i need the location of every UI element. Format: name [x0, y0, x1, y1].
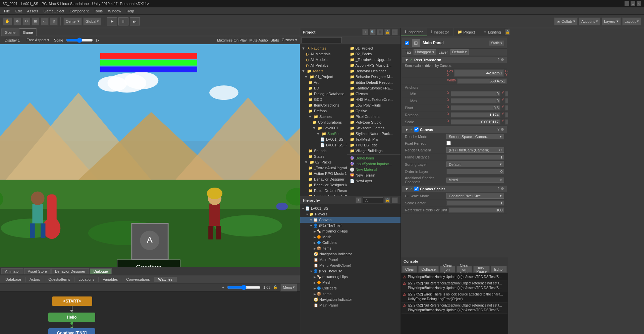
asset-new-material[interactable]: ⚪ New Material [347, 167, 400, 173]
hier-items-1[interactable]: ▶ 📦 Items [300, 246, 400, 251]
tree-bd[interactable]: 📁 BD [300, 85, 347, 91]
console-clear-btn[interactable]: Clear [402, 266, 417, 273]
minimize-button[interactable]: ─ [625, 1, 629, 6]
console-collapse-btn[interactable]: Collapse [418, 266, 439, 273]
tree-sunset[interactable]: ▼ 📁 SunSet [300, 131, 347, 137]
ui-scale-dropdown[interactable]: Constant Pixel Size ▾ [446, 193, 504, 199]
tree-behavior-designer[interactable]: 📁 Behavior Designer [300, 177, 347, 182]
tab-inspector-2[interactable]: ℹ Inspector [427, 28, 453, 36]
asset-hns[interactable]: 📁 HNS MapTextureCre... [347, 97, 400, 103]
render-camera-dropdown[interactable]: (P1) ThiefCam (Camera) ⊙ [446, 147, 504, 153]
tree-01-project[interactable]: ▼ 📁 01_Project [300, 74, 347, 80]
anchor-min-x[interactable] [451, 91, 500, 96]
scale-tool-button[interactable]: ⊞ [32, 17, 39, 25]
tab-dialogue[interactable]: Dialogue [90, 268, 111, 274]
console-line-4[interactable]: ⚠ [22:27:52] NullReferenceException: Obj… [401, 303, 507, 314]
maximize-button[interactable]: □ [631, 1, 635, 6]
asset-bone-donor[interactable]: 🔮 BoneDonor [347, 155, 400, 161]
canvas-header[interactable]: ▼ ✓ Canvas ? ⚙ [402, 126, 507, 133]
tab-inspector-1[interactable]: ℹ Inspector [401, 28, 427, 36]
play-button[interactable]: ▶ [107, 17, 117, 25]
object-active-checkbox[interactable] [405, 41, 409, 45]
node-hello[interactable]: Hello [48, 313, 95, 322]
asset-sickscore[interactable]: 📁 Sickscore Games [347, 125, 400, 131]
rot-y[interactable] [505, 112, 508, 118]
tree-action-rpg[interactable]: 📁 Action RPG Music 1.3 [300, 171, 347, 177]
console-line-2[interactable]: ⚠ [22:27:52] NullReferenceException: Obj… [401, 280, 507, 291]
asset-polytope[interactable]: 📁 Polytope Studio [347, 120, 400, 125]
asset-village[interactable]: 📁 Village Buildings [347, 148, 400, 154]
hier-hips-1[interactable]: ▶ 🦴 mixamorig:Hips [300, 228, 400, 234]
tree-dialogue-db[interactable]: 📁 DialogueDatabase [300, 91, 347, 97]
shader-channels-dropdown[interactable]: Mixed... ▾ [446, 178, 504, 183]
tree-lv001ss[interactable]: 📄 LV001_SS [300, 137, 347, 142]
console-clear-play-btn[interactable]: Clear on Play [440, 266, 455, 273]
tab-asset-store[interactable]: Asset Store [24, 268, 51, 274]
hierarchy-lock-btn[interactable]: 🔒 [384, 197, 390, 203]
asset-stylized[interactable]: 📁 Stylized Nature Pack... [347, 131, 400, 137]
scaler-help-icon[interactable]: ? [497, 187, 499, 191]
hier-hips-2[interactable]: ▶ 🦴 mixamorig:Hips [300, 274, 400, 280]
layout-button[interactable]: Layout ▾ [622, 17, 641, 25]
project-lock-btn[interactable]: 🔒 [384, 29, 390, 35]
asset-behavior-designer[interactable]: 📁 Behavior Designer [347, 68, 400, 74]
render-mode-dropdown[interactable]: Screen Space - Camera ▾ [446, 134, 504, 139]
global-button[interactable]: Global ▾ [83, 17, 101, 25]
asset-fantasy-skybox[interactable]: 📁 Fantasy Skybox FRE... [347, 85, 400, 91]
hierarchy-more-btn[interactable]: ⋯ [392, 197, 398, 203]
hier-p1-thethief[interactable]: ▼ 👤 (P1) TheThief [300, 223, 400, 228]
display-selector[interactable]: Display 1 [3, 38, 22, 43]
stats-btn[interactable]: Stats [271, 38, 279, 42]
center-button[interactable]: Center ▾ [63, 17, 82, 25]
step-button[interactable]: ⏭ [130, 17, 140, 25]
pos-x[interactable] [454, 69, 504, 77]
hierarchy-add-btn[interactable]: + [356, 197, 362, 203]
rect-transform-header[interactable]: ▼ ✓ Rect Transform ? ⚙ [402, 57, 507, 63]
subtab-conversations[interactable]: Conversations [122, 277, 154, 282]
project-search-input[interactable] [302, 37, 342, 43]
static-btn[interactable]: Static ▾ [489, 41, 504, 46]
tree-configurations[interactable]: 📁 Configurations [300, 120, 347, 125]
account-button[interactable]: Account ▾ [579, 17, 600, 25]
node-goodbye[interactable]: Goodbye [END] [48, 328, 95, 334]
layers-button[interactable]: Layers ▾ [602, 17, 621, 25]
scaler-settings-icon[interactable]: ⚙ [501, 187, 504, 191]
canvas-enabled[interactable] [414, 127, 419, 132]
pause-button[interactable]: ⏸ [118, 17, 128, 25]
asset-terrain[interactable]: 📁 _TerrainAutoUpgrade [347, 57, 400, 63]
asset-input-system[interactable]: 🔮 InputSystem.inputse... [347, 161, 400, 167]
tree-editor-default[interactable]: 📁 Editor Default Resou... [300, 188, 347, 194]
hier-p2-themuse[interactable]: ▼ 👤 (P2) TheMuse [300, 268, 400, 274]
asset-gizmos[interactable]: 📁 Gizmos [347, 91, 400, 97]
layer-dropdown[interactable]: Default ▾ [450, 49, 469, 55]
anchor-max-x[interactable] [451, 98, 500, 104]
asset-pixel-crushers[interactable]: 📁 Pixel Crushers [347, 114, 400, 120]
project-add-btn[interactable]: + [362, 29, 368, 35]
hier-colliders-1[interactable]: ▶ 🔷 Colliders [300, 240, 400, 246]
subtab-watches[interactable]: Watches [154, 277, 177, 282]
pivot-y[interactable] [505, 105, 508, 111]
subtab-quests[interactable]: Quests/Items [44, 277, 74, 282]
tree-all-prefabs[interactable]: ◐ All Prefabs [300, 63, 347, 68]
maximize-on-play[interactable]: Maximize On Play [217, 38, 247, 42]
subtab-locations[interactable]: Locations [74, 277, 99, 282]
hier-canvas[interactable]: ▼ 📋 Canvas [300, 217, 400, 223]
asset-opsive[interactable]: 📁 Opsive [347, 108, 400, 114]
tree-terrain-upgrade[interactable]: 📁 _TerrainAutoUpgrade [300, 165, 347, 171]
hier-lv001ss[interactable]: ▼ 📄 LV001_SS [300, 206, 400, 211]
sorting-layer-dropdown[interactable]: Default ▾ [446, 161, 504, 167]
tab-lighting[interactable]: ☀ Lighting [479, 28, 505, 36]
asset-new-terrain[interactable]: 🌄 New Terrain [347, 173, 400, 178]
menu-file[interactable]: File [1, 8, 13, 14]
hier-colliders-2[interactable]: ▶ 🔷 Colliders [300, 285, 400, 291]
inspector-lock-btn[interactable]: 🔒 [505, 29, 510, 35]
transform-tool-button[interactable]: ⊕ [50, 17, 58, 25]
hier-nav-indicator-2[interactable]: 🧭 Navigation Indicator [300, 297, 400, 303]
canvas-scaler-header[interactable]: ▼ ✓ Canvas Scaler ? ⚙ [402, 186, 507, 192]
mute-audio-btn[interactable]: Mute Audio [250, 38, 268, 42]
hier-menu-panel-clone[interactable]: 📋 Menu Panel(Clone) [300, 263, 400, 268]
tree-lv001sspro[interactable]: 📄 LV001_SS_Pro [300, 142, 347, 148]
asset-textmesh[interactable]: 📁 TextMesh Pro [347, 137, 400, 142]
scale-factor-field[interactable] [446, 200, 504, 206]
console-clear-build-btn[interactable]: Clear on Build [457, 266, 472, 273]
